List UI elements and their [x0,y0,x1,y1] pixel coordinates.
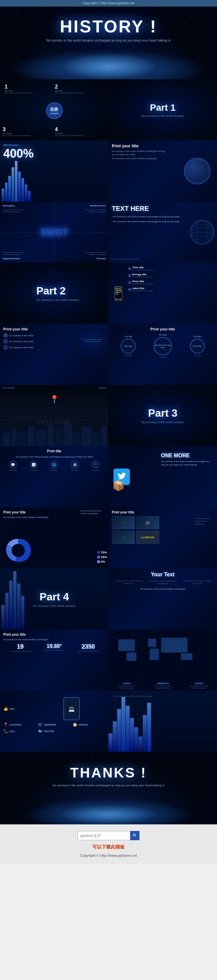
legend-75-color [97,551,100,554]
key-second: The title second Key key key The title [154,334,172,358]
row-part4-yourtext: Part 4 No scenery in the world remains Y… [0,568,217,630]
your-text-cols: No scenery in the world remains unchange… [112,579,214,585]
slide-print-globe-inner: Print your title No scenery in the world… [109,140,217,202]
stat-2: 19.88° No scenery in the world [44,643,65,652]
search-button[interactable]: 🔍 [130,831,139,840]
legend-5: 5% [97,560,107,563]
svg-point-10 [148,24,149,25]
adress-icon: 🏠 [73,722,78,727]
img-placeholder-2: 🌉 [136,516,159,529]
time-energy-inner: 📱 Time title No scenery in the world Ene… [109,262,217,324]
social-adress: 🏠 ADRESS [73,722,105,727]
pie-legend: 75% 20% 5% [97,551,107,563]
weaknesses-items: No scenery in the world remains unchange… [79,209,106,213]
hollywood-sign: 🌉 [146,522,149,524]
contents-desc-3: No scenery in the world remains [3,134,54,137]
phone-icon: 📱 [110,285,127,301]
slide-print-hollywood: Print your title 2015 🌉 2018 LLYWOOD No … [109,507,217,568]
search-bar: 🔍 [6,831,211,840]
slide-swot: Strengths Weaknesses Opportunities Threa… [0,202,109,262]
contents-item-4: 4 Part Four No scenery in the world rema… [55,127,106,137]
twitter-icon-social: 🐦 [38,729,43,733]
pie-note: No scenery in the world remains unchange… [81,510,107,515]
twitter-inner: 📦 ONE MORE No scenery in the world remai… [109,446,217,507]
legend-75: 75% [97,551,107,554]
legend-20: 20% [97,555,107,559]
print-hollywood-sub: No scenery in the world remains unchange… [195,517,214,525]
percent-value: 400% [3,147,34,161]
time-item: Time title No scenery in the world [128,266,215,271]
keys-row: The title first key The title The title … [112,334,214,358]
stat-1: 19 No scenery in the world [10,643,31,652]
image-row-2: 2018 LLYWOOD [112,531,214,544]
print-title-content: Print your title No scenery in the world… [112,144,168,160]
key-third-title: The title [190,336,205,338]
svg-point-37 [11,544,25,557]
slide-print-sub: Print your title 📞 No scenery in the wor… [0,324,109,385]
slide-history: HISTORY ! No scenery in the world remain… [0,6,217,79]
energy-dot [128,274,131,277]
call-label: CALL [9,730,16,732]
blue-bars2-visual [109,690,217,752]
circle-label-4: No scenery [71,469,79,471]
one-more-title: ONE MORE [161,453,214,458]
slide-stats: Print your title No scenery in the world… [0,630,109,690]
part4-bar-3 [9,581,13,630]
glow-effect [59,53,158,79]
contents-num-2: 2 [55,84,58,89]
circle-icon-3: 🌐 [50,461,58,469]
stats-row: 19 No scenery in the world 19.88° No sce… [3,643,105,652]
svg-rect-25 [11,428,16,446]
slide-text-here: TEXT HERE • No scenery in the world rema… [109,202,217,262]
threats-label: Threats [96,257,106,260]
slide-container: Copyright © http://www.pptstore.net HIST… [0,0,217,864]
swot-inner: Strengths Weaknesses Opportunities Threa… [0,202,109,262]
slide-400-inner: IMPORTANT 400% [0,140,109,202]
icon-circle-2: 📊 No scenery [29,461,38,471]
part4-label: Part 4 [33,590,76,603]
legend-20-color [97,556,100,558]
price-label: Price title [132,280,153,283]
value-item: value title No scenery in the world [128,287,215,292]
contents-num-3: 3 [3,127,6,132]
b2-bar-1 [109,733,112,752]
pie-desc: No scenery in the world remains unchange… [3,516,105,519]
download-link[interactable]: 可以下载此模板 [6,844,211,850]
text-here-inner: TEXT HERE • No scenery in the world rema… [109,202,217,262]
sub-phone-icon: 📞 [3,333,8,338]
svg-rect-39 [127,652,136,661]
sub-mail-icon: ✉ [3,339,8,344]
svg-rect-32 [74,431,80,446]
img-placeholder-3: 2018 [112,531,135,544]
shopping-label: SHOPPING [44,724,56,726]
search-input[interactable] [78,831,130,840]
key-second-circle: second Key key key [154,337,172,355]
city-watermark: PPTSTORE [38,420,71,425]
city-label2: Search [98,387,106,389]
slide-print-keys: Print your title The title first key The… [109,324,217,385]
part4-bar-6 [21,596,24,630]
thanks-title: THANKS ! [0,765,217,781]
icon-circle-5: 📱 No scenery [91,461,100,471]
svg-rect-43 [181,653,192,660]
part4-sub: No scenery in the world remains [33,604,76,607]
row-contents-part1: 1 Part One No scenery in the world remai… [0,79,217,140]
print-sub-image-text: No scenery in the world remains unchange… [78,328,106,353]
row-stats-map: Print your title No scenery in the world… [0,630,217,690]
time-desc: No scenery in the world [132,269,153,271]
like-label: LIKE [9,708,14,710]
circle-label-2: No scenery [29,469,38,471]
icon-circle-4: ⚙️ No scenery [71,461,79,471]
city-label1: No scenery [3,387,14,389]
img-placeholder-1: 2015 [112,516,135,529]
stat-value-3: 2350 [78,643,98,650]
twitter-label: TWITTER [44,730,54,732]
china-desc: No scenery in the world remains unchange… [115,685,138,689]
slide-social: 👍 LIKE 💻 📍 LOCATION 🛒 SHOPPING [0,690,109,752]
globe-right [189,219,215,245]
stats-desc: No scenery in the world remains unchange… [3,638,105,641]
contents-grid: 1 Part One No scenery in the world remai… [3,83,105,95]
swot-vline [54,202,55,262]
shopping-icon: 🛒 [38,722,43,727]
3d-box: 📦 [112,480,125,491]
